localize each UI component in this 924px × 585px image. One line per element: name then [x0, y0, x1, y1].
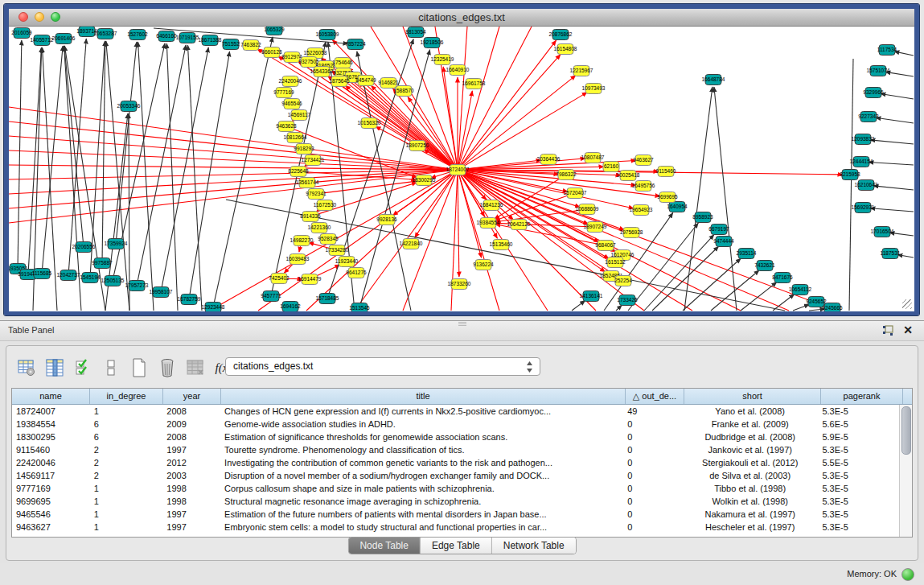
- table-cell[interactable]: Investigating the contribution of common…: [220, 456, 623, 469]
- network-node-teal[interactable]: 15751074: [867, 66, 890, 76]
- column-header-in_degree[interactable]: in_degree: [90, 389, 163, 404]
- table-cell[interactable]: Franke et al. (2009): [682, 418, 818, 431]
- network-node-yellow[interactable]: 14221840: [400, 239, 423, 249]
- network-node-teal[interactable]: 8813054: [405, 27, 426, 38]
- network-node-yellow[interactable]: 7425402: [269, 274, 290, 284]
- network-node-yellow[interactable]: 1615132: [605, 257, 626, 268]
- table-cell[interactable]: Hescheler et al. (1997): [682, 521, 818, 534]
- table-row[interactable]: 2242004622012Investigating the contribut…: [12, 456, 900, 469]
- table-cell[interactable]: Dudbridge et al. (2008): [682, 431, 818, 443]
- network-node-teal[interactable]: 16053809: [316, 30, 339, 40]
- table-row[interactable]: 1938455462009Genome-wide association stu…: [12, 418, 900, 431]
- network-edge[interactable]: [616, 305, 622, 311]
- network-node-yellow[interactable]: 16914479: [298, 274, 322, 285]
- table-cell[interactable]: Stergiakouli et al. (2012): [682, 456, 818, 469]
- network-node-teal[interactable]: 12093832: [852, 134, 875, 145]
- network-node-yellow[interactable]: 10973493: [582, 84, 606, 94]
- network-edge[interactable]: [462, 93, 587, 167]
- network-edge[interactable]: [873, 186, 914, 190]
- table-row[interactable]: 969969511998Structural magnetic resonanc…: [12, 495, 900, 508]
- column-header-year[interactable]: year: [163, 389, 221, 404]
- network-node-yellow[interactable]: 16154808: [554, 44, 577, 55]
- table-cell[interactable]: 9777169: [12, 482, 90, 495]
- table-cell[interactable]: 9463627: [12, 521, 90, 534]
- table-cell[interactable]: 0: [623, 469, 682, 482]
- column-header-pagerank[interactable]: pagerank: [821, 389, 903, 404]
- table-cell[interactable]: 5.3E-5: [818, 495, 900, 508]
- table-cell[interactable]: Estimation of significance thresholds fo…: [220, 431, 623, 443]
- network-node-yellow[interactable]: 19756928: [620, 228, 643, 238]
- network-node-yellow[interactable]: 10156320: [358, 118, 381, 129]
- table-scrollbar-thumb[interactable]: [901, 406, 911, 455]
- network-node-yellow[interactable]: 9115460: [656, 167, 676, 177]
- network-node-yellow[interactable]: 12325419: [431, 55, 454, 65]
- network-node-yellow[interactable]: 16039483: [286, 254, 310, 265]
- table-cell[interactable]: 2008: [162, 405, 220, 418]
- table-cell[interactable]: 0: [623, 521, 682, 534]
- network-node-teal[interactable]: 9245665: [822, 303, 843, 312]
- table-cell[interactable]: Structural magnetic resonance image aver…: [220, 495, 623, 508]
- network-node-teal[interactable]: 7857224: [345, 39, 366, 50]
- network-node-teal[interactable]: 16782759: [178, 295, 201, 305]
- network-node-teal[interactable]: 12444154: [850, 157, 873, 167]
- network-node-yellow[interactable]: 12215967: [570, 66, 593, 76]
- network-edge[interactable]: [166, 43, 178, 311]
- network-node-teal[interactable]: 1545194: [80, 273, 101, 283]
- table-cell[interactable]: 1997: [162, 443, 220, 456]
- network-node-yellow[interactable]: 16495756: [632, 181, 655, 192]
- network-node-teal[interactable]: 1187531: [881, 249, 901, 259]
- network-node-yellow[interactable]: 62160: [603, 162, 619, 172]
- network-node-yellow[interactable]: 1588570: [393, 86, 414, 97]
- network-node-teal[interactable]: 16210643: [855, 180, 878, 191]
- network-node-yellow[interactable]: 7986322: [556, 170, 577, 180]
- table-cell[interactable]: 5.3E-5: [818, 482, 900, 495]
- network-edge[interactable]: [894, 51, 914, 56]
- network-edge[interactable]: [327, 76, 453, 167]
- table-cell[interactable]: 0: [623, 418, 682, 431]
- network-node-yellow[interactable]: 1754646: [332, 58, 353, 68]
- row-height-button[interactable]: [101, 357, 121, 378]
- table-cell[interactable]: 5.3E-5: [818, 521, 900, 534]
- table-cell[interactable]: 5.9E-5: [818, 431, 900, 443]
- table-cell[interactable]: Tibbo et al. (1998): [682, 482, 818, 495]
- table-cell[interactable]: 49: [623, 405, 682, 418]
- network-edge[interactable]: [459, 27, 499, 164]
- network-node-teal[interactable]: 8471676: [772, 273, 793, 283]
- network-node-teal[interactable]: 9227343: [858, 112, 879, 122]
- network-node-teal[interactable]: 2016059: [11, 28, 32, 39]
- table-cell[interactable]: 9115460: [12, 443, 90, 456]
- network-node-yellow[interactable]: 9641276: [346, 268, 367, 278]
- network-node-teal[interactable]: 10719155: [176, 33, 199, 43]
- table-cell[interactable]: Wolkin et al. (1998): [682, 495, 818, 508]
- network-node-yellow[interactable]: 9928136: [376, 215, 397, 225]
- table-cell[interactable]: Corpus callosum shape and size in male p…: [220, 482, 623, 495]
- network-edge[interactable]: [869, 163, 914, 165]
- network-edge[interactable]: [215, 37, 273, 302]
- network-node-yellow[interactable]: 18907249: [584, 222, 607, 233]
- network-node-teal[interactable]: 1640954: [667, 202, 688, 212]
- network-node-yellow[interactable]: 20364436: [537, 154, 561, 165]
- table-cell[interactable]: 0: [623, 431, 682, 443]
- table-cell[interactable]: 2003: [162, 469, 220, 482]
- network-node-teal[interactable]: 15718485: [316, 294, 339, 304]
- network-edge[interactable]: [299, 246, 301, 252]
- table-cell[interactable]: 5.3E-5: [818, 405, 900, 418]
- network-edge[interactable]: [462, 55, 561, 166]
- network-edge[interactable]: [28, 47, 41, 269]
- network-node-yellow[interactable]: 7463822: [240, 40, 261, 51]
- network-edge[interactable]: [18, 40, 22, 263]
- network-node-yellow[interactable]: 9684067: [595, 241, 616, 251]
- network-node-yellow[interactable]: 8454749: [355, 76, 376, 86]
- network-node-teal[interactable]: 14136141: [580, 291, 603, 302]
- network-edge[interactable]: [849, 59, 853, 311]
- network-node-yellow[interactable]: 16640910: [446, 65, 470, 76]
- network-node-yellow[interactable]: 8225648: [288, 167, 309, 177]
- table-cell[interactable]: 18724007: [12, 405, 90, 418]
- table-cell[interactable]: 18300295: [12, 431, 90, 443]
- network-node-yellow[interactable]: 10807487: [581, 153, 605, 163]
- table-row[interactable]: 911546021997Tourette syndrome. Phenomeno…: [12, 443, 900, 456]
- network-node-teal[interactable]: 9329966: [863, 88, 884, 98]
- network-node-yellow[interactable]: 17334280: [326, 245, 349, 256]
- select-attributes-button[interactable]: [72, 357, 93, 378]
- table-cell[interactable]: Yano et al. (2008): [682, 405, 818, 418]
